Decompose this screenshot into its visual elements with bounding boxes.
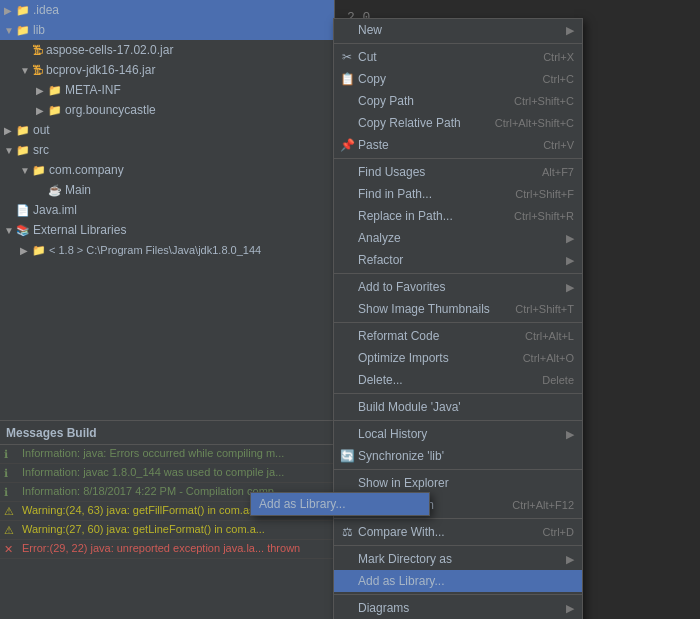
- tree-item-bouncy[interactable]: ▶ 📁 org.bouncycastle: [0, 100, 334, 120]
- menu-item-replaceinpath[interactable]: Replace in Path... Ctrl+Shift+R: [334, 205, 582, 227]
- shortcut-label: Alt+F7: [522, 166, 574, 178]
- menu-item-optimizeimports[interactable]: Optimize Imports Ctrl+Alt+O: [334, 347, 582, 369]
- tree-item-src[interactable]: ▼ 📁 src: [0, 140, 334, 160]
- menu-separator: [334, 273, 582, 274]
- menu-item-addaslib[interactable]: Add as Library...: [334, 570, 582, 592]
- folder-icon: 📁: [48, 84, 62, 97]
- folder-icon: 📁: [16, 144, 30, 157]
- folder-icon: 📁: [16, 24, 30, 37]
- arrow-icon: ▼: [4, 145, 16, 156]
- menu-item-copyrelpath[interactable]: Copy Relative Path Ctrl+Alt+Shift+C: [334, 112, 582, 134]
- compare-icon: ⚖: [339, 525, 355, 539]
- menu-item-paste[interactable]: 📌 Paste Ctrl+V: [334, 134, 582, 156]
- warn-icon: ⚠: [4, 505, 18, 518]
- spacer: [20, 45, 32, 56]
- messages-tab-label: Messages Build: [6, 426, 97, 440]
- arrow-icon: ▼: [20, 165, 32, 176]
- tree-item-extlib[interactable]: ▼ 📚 External Libraries: [0, 220, 334, 240]
- folder-icon: 📁: [48, 104, 62, 117]
- messages-panel: Messages Build ℹ Information: java: Erro…: [0, 420, 335, 619]
- shortcut-label: Ctrl+Shift+T: [495, 303, 574, 315]
- error-icon: ✕: [4, 543, 18, 556]
- messages-header: Messages Build: [0, 421, 334, 445]
- shortcut-label: Ctrl+Shift+C: [494, 95, 574, 107]
- tree-item-bcprov[interactable]: ▼ 🗜 bcprov-jdk16-146.jar: [0, 60, 334, 80]
- folder-icon: 📁: [32, 244, 46, 257]
- tree-item-idea[interactable]: ▶ 📁 .idea: [0, 0, 334, 20]
- tree-item-out[interactable]: ▶ 📁 out: [0, 120, 334, 140]
- file-icon: 📄: [16, 204, 30, 217]
- menu-separator: [334, 43, 582, 44]
- messages-list: ℹ Information: java: Errors occurred whi…: [0, 445, 334, 619]
- menu-item-reformat[interactable]: Reformat Code Ctrl+Alt+L: [334, 325, 582, 347]
- menu-item-new[interactable]: New ▶: [334, 19, 582, 41]
- shortcut-label: Delete: [522, 374, 574, 386]
- spacer: [4, 205, 16, 216]
- shortcut-label: Ctrl+C: [523, 73, 574, 85]
- submenu-item-addaslib[interactable]: Add as Library...: [251, 493, 429, 515]
- tree-item-com[interactable]: ▼ 📁 com.company: [0, 160, 334, 180]
- message-item[interactable]: ℹ Information: java: Errors occurred whi…: [0, 445, 334, 464]
- tree-item-metainf[interactable]: ▶ 📁 META-INF: [0, 80, 334, 100]
- message-item[interactable]: ⚠ Warning:(27, 60) java: getLineFormat()…: [0, 521, 334, 540]
- shortcut-label: Ctrl+V: [523, 139, 574, 151]
- shortcut-label: Ctrl+X: [523, 51, 574, 63]
- tree-item-main[interactable]: ☕ Main: [0, 180, 334, 200]
- menu-item-buildmodule[interactable]: Build Module 'Java': [334, 396, 582, 418]
- arrow-icon: ▶: [36, 105, 48, 116]
- menu-item-refactor[interactable]: Refactor ▶: [334, 249, 582, 271]
- submenu-arrow: ▶: [546, 428, 574, 441]
- tree-item-aspose[interactable]: 🗜 aspose-cells-17.02.0.jar: [0, 40, 334, 60]
- menu-separator: [334, 322, 582, 323]
- menu-item-localhistory[interactable]: Local History ▶: [334, 423, 582, 445]
- menu-item-markdir[interactable]: Mark Directory as ▶: [334, 548, 582, 570]
- menu-item-diagrams[interactable]: Diagrams ▶: [334, 597, 582, 619]
- arrow-icon: ▶: [20, 245, 32, 256]
- shortcut-label: Ctrl+Shift+R: [494, 210, 574, 222]
- message-item[interactable]: ℹ Information: javac 1.8.0_144 was used …: [0, 464, 334, 483]
- arrow-icon: ▶: [4, 125, 16, 136]
- shortcut-label: Ctrl+Alt+F12: [492, 499, 574, 511]
- paste-icon: 📌: [339, 138, 355, 152]
- menu-item-showthumbs[interactable]: Show Image Thumbnails Ctrl+Shift+T: [334, 298, 582, 320]
- submenu-arrow: ▶: [546, 24, 574, 37]
- jar-icon: 🗜: [32, 64, 43, 76]
- shortcut-label: Ctrl+Alt+L: [505, 330, 574, 342]
- menu-separator: [334, 420, 582, 421]
- arrow-icon: ▶: [36, 85, 48, 96]
- message-item[interactable]: ✕ Error:(29, 22) java: unreported except…: [0, 540, 334, 559]
- tree-item-lib[interactable]: ▼ 📁 lib: [0, 20, 334, 40]
- submenu-arrow: ▶: [546, 232, 574, 245]
- menu-item-showinexplorer[interactable]: Show in Explorer: [334, 472, 582, 494]
- submenu-markdir: Add as Library...: [250, 492, 430, 516]
- menu-item-copypath[interactable]: Copy Path Ctrl+Shift+C: [334, 90, 582, 112]
- menu-item-synclib[interactable]: 🔄 Synchronize 'lib': [334, 445, 582, 467]
- menu-item-copy[interactable]: 📋 Copy Ctrl+C: [334, 68, 582, 90]
- context-menu: New ▶ ✂ Cut Ctrl+X 📋 Copy Ctrl+C Copy Pa…: [333, 18, 583, 619]
- spacer: [36, 185, 48, 196]
- arrow-icon: ▼: [4, 225, 16, 236]
- shortcut-label: Ctrl+Alt+Shift+C: [475, 117, 574, 129]
- folder-icon: 📁: [16, 124, 30, 137]
- copy-icon: 📋: [339, 72, 355, 86]
- info-icon: ℹ: [4, 486, 18, 499]
- menu-label: New: [358, 23, 382, 37]
- tree-item-javaiml[interactable]: 📄 Java.iml: [0, 200, 334, 220]
- file-tree[interactable]: ▶ 📁 .idea ▼ 📁 lib 🗜 aspose-cells-17.02.0…: [0, 0, 335, 420]
- java-icon: ☕: [48, 184, 62, 197]
- menu-item-addtofav[interactable]: Add to Favorites ▶: [334, 276, 582, 298]
- shortcut-label: Ctrl+D: [523, 526, 574, 538]
- arrow-icon: ▼: [20, 65, 32, 76]
- menu-item-analyze[interactable]: Analyze ▶: [334, 227, 582, 249]
- menu-item-findusages[interactable]: Find Usages Alt+F7: [334, 161, 582, 183]
- menu-item-comparewith[interactable]: ⚖ Compare With... Ctrl+D: [334, 521, 582, 543]
- tree-item-jdk[interactable]: ▶ 📁 < 1.8 > C:\Program Files\Java\jdk1.8…: [0, 240, 334, 260]
- menu-item-cut[interactable]: ✂ Cut Ctrl+X: [334, 46, 582, 68]
- folder-icon: 📁: [32, 164, 46, 177]
- menu-separator: [334, 518, 582, 519]
- menu-item-delete[interactable]: Delete... Delete: [334, 369, 582, 391]
- menu-separator: [334, 469, 582, 470]
- submenu-arrow: ▶: [546, 281, 574, 294]
- submenu-arrow: ▶: [546, 602, 574, 615]
- menu-item-findinpath[interactable]: Find in Path... Ctrl+Shift+F: [334, 183, 582, 205]
